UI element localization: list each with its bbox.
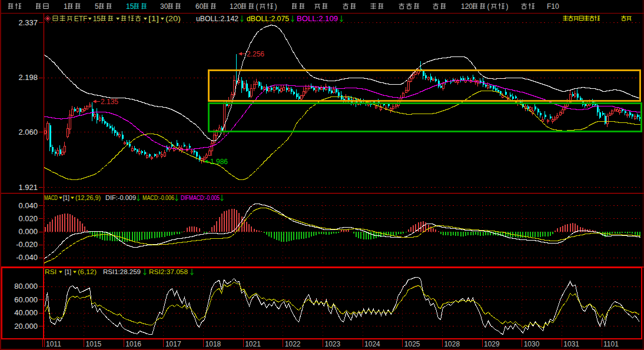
svg-text:2.135: 2.135	[101, 98, 118, 106]
svg-text:(20): (20)	[165, 15, 181, 23]
svg-text:1017: 1017	[165, 340, 181, 348]
svg-text:5: 5	[95, 2, 99, 11]
svg-text:1: 1	[64, 2, 68, 11]
svg-text:1101: 1101	[603, 340, 619, 348]
svg-text:ETF: ETF	[74, 15, 88, 23]
svg-text:DIF:-0.009: DIF:-0.009	[105, 194, 136, 201]
svg-text:60.000: 60.000	[14, 295, 38, 304]
svg-text:2.198: 2.198	[18, 73, 38, 82]
svg-text:[1]: [1]	[148, 15, 159, 23]
svg-text:1.921: 1.921	[18, 183, 38, 192]
svg-text:RSI2:37.058: RSI2:37.058	[149, 268, 188, 275]
svg-text:(: (	[487, 2, 490, 11]
svg-text:1011: 1011	[46, 340, 61, 348]
svg-text:uBOLL:2.142: uBOLL:2.142	[196, 15, 238, 23]
svg-text:1015: 1015	[86, 340, 102, 348]
svg-text:1029: 1029	[484, 340, 500, 348]
svg-text:1025: 1025	[404, 340, 420, 348]
svg-text:F10: F10	[547, 2, 559, 11]
svg-text:1024: 1024	[364, 340, 380, 348]
svg-text:1.986: 1.986	[210, 158, 228, 166]
svg-text:): )	[506, 2, 508, 11]
svg-text:RSI: RSI	[45, 268, 57, 275]
svg-text:dBOLL:2.075: dBOLL:2.075	[247, 15, 289, 23]
svg-text:1022: 1022	[285, 340, 301, 348]
svg-text:120: 120	[230, 2, 241, 11]
svg-text:2.337: 2.337	[18, 18, 38, 27]
svg-text:): )	[274, 2, 277, 11]
svg-text:(12,26,9): (12,26,9)	[75, 194, 101, 201]
svg-text:1021: 1021	[245, 340, 261, 348]
svg-text:0.040: 0.040	[18, 201, 38, 210]
svg-text:2.256: 2.256	[247, 50, 264, 58]
svg-text:0.000: 0.000	[18, 227, 38, 236]
svg-text:(: (	[256, 2, 258, 11]
svg-text:1030: 1030	[524, 340, 540, 348]
svg-text:1023: 1023	[325, 340, 341, 348]
svg-text:15: 15	[93, 15, 101, 23]
svg-text:120: 120	[461, 2, 473, 11]
svg-text:-0.040: -0.040	[16, 253, 38, 262]
svg-text:20.000: 20.000	[14, 322, 38, 331]
svg-text:30: 30	[160, 2, 168, 11]
svg-text:[1]: [1]	[63, 194, 69, 201]
svg-text:MACD:-0.006: MACD:-0.006	[142, 194, 174, 201]
svg-text:1016: 1016	[125, 340, 141, 348]
svg-text:15: 15	[126, 2, 134, 11]
svg-text:-0.020: -0.020	[16, 240, 38, 249]
svg-text:1028: 1028	[444, 340, 460, 348]
svg-text:(6,12): (6,12)	[78, 268, 97, 275]
svg-text:40.000: 40.000	[14, 308, 38, 317]
svg-text:1018: 1018	[205, 340, 221, 348]
svg-text:60: 60	[195, 2, 204, 11]
svg-text:1031: 1031	[563, 340, 579, 348]
svg-text:DIFMACD:-0.005: DIFMACD:-0.005	[181, 194, 220, 201]
svg-text:2.060: 2.060	[18, 128, 38, 136]
svg-text:[1]: [1]	[65, 268, 71, 275]
svg-text:RSI1:28.259: RSI1:28.259	[103, 268, 141, 275]
svg-text:MACD: MACD	[44, 194, 58, 201]
svg-text:80.000: 80.000	[14, 282, 38, 291]
svg-text:0.020: 0.020	[18, 214, 38, 223]
svg-text:BOLL:2.109: BOLL:2.109	[297, 15, 338, 23]
